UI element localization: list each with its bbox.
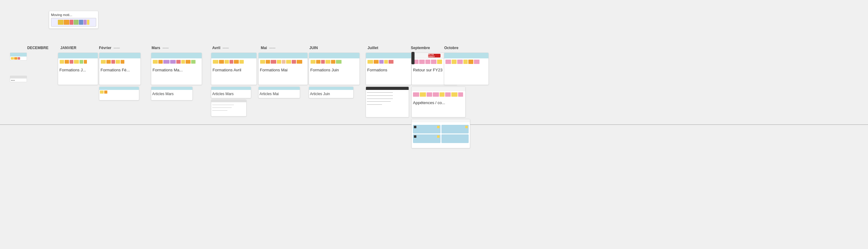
month-mars: Mars —— bbox=[152, 46, 168, 50]
diag-dot-5 bbox=[437, 135, 440, 138]
articles-mars-text: Articles Mars bbox=[152, 92, 174, 96]
sticky-fev-1 bbox=[101, 60, 106, 64]
sticky-mars-2 bbox=[158, 60, 163, 64]
sticky-oct-4 bbox=[463, 60, 468, 64]
jan-header bbox=[58, 53, 98, 59]
sticky-app-7 bbox=[451, 93, 458, 97]
formations-mai-card[interactable]: Formations Mai bbox=[258, 52, 308, 85]
decembre-small-card-2[interactable]: ●●● bbox=[10, 76, 27, 82]
formations-fev-card[interactable]: Formations Fé... bbox=[99, 52, 141, 85]
jul-extra-text: ————————————————————————————————————————… bbox=[367, 91, 408, 106]
sticky-mars-5 bbox=[176, 60, 181, 64]
avril-body bbox=[211, 59, 256, 65]
avril-header bbox=[211, 53, 256, 59]
diag-cell-4 bbox=[441, 134, 469, 143]
sticky-fev-5 bbox=[121, 60, 124, 64]
sticky-oct-2 bbox=[452, 60, 457, 64]
floating-card-preview bbox=[51, 18, 96, 27]
sticky-mars-6 bbox=[181, 60, 185, 64]
sticky-fev-4 bbox=[116, 60, 120, 64]
sticky-fevsub-2 bbox=[104, 91, 107, 94]
formations-juillet-label: Formations bbox=[366, 67, 411, 73]
juin-header bbox=[309, 53, 360, 59]
sticky-mars-4 bbox=[170, 60, 176, 64]
sticky-jan-1 bbox=[60, 60, 64, 64]
month-octobre: Octobre bbox=[444, 46, 459, 50]
avr-art-label: Articles Mars bbox=[211, 90, 251, 97]
diag-dot-4 bbox=[414, 135, 416, 138]
sticky-avr-1 bbox=[213, 60, 218, 64]
floating-card[interactable]: Moving moti... bbox=[49, 11, 98, 29]
sticky-jul-1 bbox=[368, 60, 373, 64]
decembre-small-card[interactable] bbox=[10, 52, 27, 61]
mars-header bbox=[151, 53, 202, 59]
month-septembre: Septembre bbox=[411, 46, 430, 50]
sticky-mars-3 bbox=[163, 60, 169, 64]
jan-body bbox=[58, 59, 98, 65]
diag-header bbox=[412, 119, 470, 122]
sticky-juin-1 bbox=[311, 60, 315, 64]
sticky-avr-3 bbox=[224, 60, 229, 64]
diagram-card[interactable] bbox=[411, 119, 470, 148]
avr-extra-header bbox=[211, 100, 246, 102]
mai-art-header bbox=[258, 87, 300, 90]
sticky-app-3 bbox=[427, 93, 432, 97]
sticky-ret-4 bbox=[431, 60, 436, 64]
strip-6 bbox=[84, 20, 87, 25]
card-body-dec2: ●●● bbox=[10, 78, 27, 82]
formations-avril-card[interactable]: Formations Avril bbox=[211, 52, 257, 85]
sticky-dec-3 bbox=[18, 57, 20, 60]
formations-juillet-card[interactable]: Formations bbox=[366, 52, 411, 85]
sticky-oct-1 bbox=[445, 60, 451, 64]
sticky-mai-2 bbox=[266, 60, 270, 64]
juillet-header bbox=[366, 53, 411, 59]
sticky-fev-3 bbox=[111, 60, 115, 64]
articles-juin-card[interactable]: Articles Juin bbox=[309, 86, 353, 98]
mai-art-body: Articles Mai bbox=[258, 90, 300, 97]
retour-badge: BILAN ANNOT bbox=[428, 54, 440, 58]
sticky-jan-5 bbox=[80, 60, 83, 64]
fevrier-sub-card[interactable] bbox=[99, 86, 139, 100]
formations-jan-card[interactable]: Formations J... bbox=[58, 52, 98, 85]
avril-extra-card[interactable]: —————————————————————————— bbox=[211, 100, 247, 116]
sticky-juin-6 bbox=[336, 60, 342, 64]
main-canvas: Moving moti... DECEMBRE JANVIER Février … bbox=[0, 0, 868, 249]
sticky-fevsub-1 bbox=[100, 91, 104, 94]
sept-small-left[interactable] bbox=[411, 52, 414, 64]
diag-cell-1 bbox=[413, 125, 440, 134]
mai-body bbox=[258, 59, 308, 65]
sticky-mars-7 bbox=[186, 60, 191, 64]
floating-card-title: Moving moti... bbox=[51, 13, 96, 17]
sticky-jan-3 bbox=[70, 60, 73, 64]
month-decembre: DECEMBRE bbox=[27, 46, 49, 50]
sticky-jul-3 bbox=[379, 60, 383, 64]
formations-mars-label: Formations Ma... bbox=[151, 67, 202, 73]
articles-mars-2-text: Articles Mars bbox=[212, 92, 234, 96]
mini-strips bbox=[57, 19, 90, 25]
month-janvier: JANVIER bbox=[60, 46, 76, 50]
appetences-card[interactable]: Appétences / co... bbox=[411, 86, 466, 117]
juin-art-body: Articles Juin bbox=[309, 90, 353, 97]
mars-art-header bbox=[151, 87, 192, 90]
sticky-avr-6 bbox=[240, 60, 244, 64]
octobre-card[interactable] bbox=[444, 52, 489, 85]
sticky-mai-6 bbox=[286, 60, 291, 64]
formations-mars-card[interactable]: Formations Ma... bbox=[151, 52, 202, 85]
sticky-juin-2 bbox=[316, 60, 320, 64]
jul-extra-header bbox=[366, 87, 409, 90]
oct-body bbox=[444, 59, 489, 65]
sticky-avr-5 bbox=[234, 60, 239, 64]
fev-header bbox=[99, 53, 141, 59]
appetences-label: Appétences / co... bbox=[412, 100, 465, 106]
strip-3 bbox=[70, 20, 73, 25]
sticky-mars-8 bbox=[191, 60, 195, 64]
formations-juin-card[interactable]: Formations Juin bbox=[309, 52, 360, 85]
juillet-body bbox=[366, 59, 411, 65]
sticky-jan-6 bbox=[84, 60, 87, 64]
strip-1 bbox=[58, 20, 63, 25]
articles-mars-avril-card[interactable]: Articles Mars bbox=[211, 86, 251, 98]
juillet-extra-card[interactable]: ————————————————————————————————————————… bbox=[366, 86, 409, 117]
retour-badge-text: BILAN ANNOT bbox=[428, 54, 440, 58]
articles-mai-card[interactable]: Articles Mai bbox=[258, 86, 300, 98]
articles-mars-card[interactable]: Articles Mars bbox=[151, 86, 193, 100]
